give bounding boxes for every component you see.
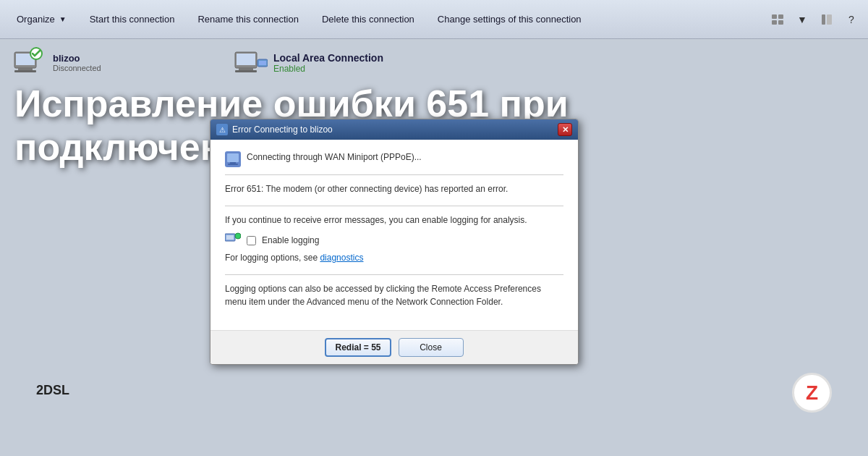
dialog-titlebar: ⚠ Error Connecting to blizoo ✕	[210, 119, 578, 140]
note-text: Logging options can also be accessed by …	[225, 282, 563, 308]
pane-icon	[822, 14, 832, 25]
connecting-icon	[225, 151, 241, 167]
svg-rect-20	[228, 164, 238, 165]
dialog-close-button[interactable]: ✕	[558, 123, 572, 136]
svg-rect-1	[778, 14, 783, 19]
start-label: Start this connection	[90, 14, 175, 25]
toolbar: Organize ▼ Start this connection Rename …	[0, 0, 868, 39]
svg-rect-22	[226, 235, 234, 240]
view-icon	[772, 14, 783, 25]
rename-connection-button[interactable]: Rename this connection	[187, 6, 309, 33]
svg-rect-0	[772, 14, 777, 19]
pane-icon-btn[interactable]	[816, 9, 838, 30]
logging-link-text: For logging options, see diagnostics	[225, 251, 563, 264]
error-section: Error 651: The modem (or other connectin…	[225, 182, 563, 195]
svg-rect-4	[822, 14, 825, 25]
error-dialog: ⚠ Error Connecting to blizoo ✕	[210, 119, 579, 365]
connecting-status: Connecting through WAN Miniport (PPPoE).…	[247, 152, 422, 162]
dialog-title-icon: ⚠	[216, 124, 228, 135]
svg-rect-19	[230, 162, 236, 164]
settings-label: Change settings of this connection	[438, 14, 582, 25]
enable-logging-row: Enable logging	[225, 232, 563, 248]
redial-label: Redial = 55	[335, 342, 380, 352]
dialog-overlay: ⚠ Error Connecting to blizoo ✕	[0, 39, 868, 456]
dialog-footer: Redial = 55 Close	[210, 330, 578, 364]
organize-arrow-icon: ▼	[59, 15, 67, 23]
start-connection-button[interactable]: Start this connection	[79, 6, 186, 33]
toolbar-right: ▼ ?	[767, 9, 862, 30]
note-section: Logging options can also be accessed by …	[225, 282, 563, 308]
svg-rect-2	[772, 20, 777, 25]
diagnostics-link[interactable]: diagnostics	[320, 253, 363, 263]
arrow-icon-btn[interactable]: ▼	[791, 9, 813, 30]
close-label: Close	[420, 342, 442, 352]
rename-label: Rename this connection	[197, 14, 298, 25]
close-button[interactable]: Close	[399, 338, 464, 357]
logging-link-prefix: For logging options, see	[225, 253, 320, 263]
svg-rect-3	[778, 20, 783, 25]
logging-prompt: If you continue to receive error message…	[225, 214, 563, 227]
view-icon-btn[interactable]	[767, 9, 788, 30]
help-icon-btn[interactable]: ?	[841, 9, 862, 30]
delete-label: Delete this connection	[322, 14, 414, 25]
redial-button[interactable]: Redial = 55	[325, 338, 391, 357]
svg-point-23	[235, 233, 241, 239]
enable-logging-checkbox[interactable]	[247, 236, 256, 245]
divider-3	[225, 274, 563, 275]
logging-network-icon	[225, 232, 241, 248]
dialog-body: Connecting through WAN Miniport (PPPoE).…	[210, 140, 578, 330]
connecting-row: Connecting through WAN Miniport (PPPoE).…	[225, 151, 563, 167]
delete-connection-button[interactable]: Delete this connection	[311, 6, 425, 33]
dialog-titlebar-left: ⚠ Error Connecting to blizoo	[216, 124, 333, 135]
dialog-title: Error Connecting to blizoo	[232, 124, 333, 135]
divider-2	[225, 206, 563, 206]
logging-section: If you continue to receive error message…	[225, 214, 563, 264]
organize-label: Organize	[17, 14, 55, 25]
main-area: blizoo Disconnected Local Area Connectio…	[0, 39, 868, 456]
error-text: Error 651: The modem (or other connectin…	[225, 182, 563, 195]
organize-button[interactable]: Organize ▼	[6, 6, 77, 33]
svg-rect-5	[827, 14, 832, 25]
settings-connection-button[interactable]: Change settings of this connection	[427, 6, 592, 33]
enable-logging-label: Enable logging	[262, 235, 319, 245]
divider-1	[225, 174, 563, 175]
svg-rect-18	[227, 153, 239, 162]
